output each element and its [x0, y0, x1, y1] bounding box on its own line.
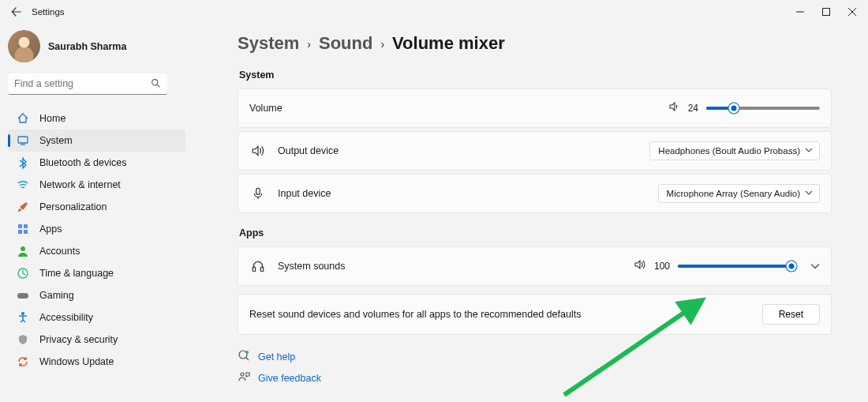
sidebar-item-time[interactable]: Time & language: [8, 262, 185, 284]
back-icon: [11, 6, 22, 17]
sidebar-item-accounts[interactable]: Accounts: [8, 240, 185, 262]
svg-rect-9: [24, 230, 28, 234]
svg-rect-14: [256, 188, 260, 194]
sidebar-item-label: Network & internet: [39, 179, 121, 190]
sidebar-item-label: System: [39, 135, 73, 146]
input-device-label: Input device: [278, 188, 331, 199]
sidebar-item-apps[interactable]: Apps: [8, 218, 185, 240]
sidebar-item-personalization[interactable]: Personalization: [8, 196, 185, 218]
help-icon: [238, 349, 250, 364]
window-minimize-button[interactable]: [787, 2, 813, 22]
system-sounds-slider[interactable]: [678, 265, 791, 268]
sidebar-item-system[interactable]: System: [8, 130, 185, 152]
window-maximize-button[interactable]: [813, 2, 839, 22]
expand-button[interactable]: [810, 261, 820, 271]
svg-rect-7: [24, 224, 28, 228]
chevron-right-icon: ›: [380, 38, 384, 51]
volume-value: 24: [688, 103, 698, 114]
system-sounds-label: System sounds: [278, 261, 345, 272]
search-icon: [151, 77, 161, 92]
section-label-apps: Apps: [239, 227, 830, 239]
svg-point-19: [245, 351, 249, 354]
input-device-value: Microphone Array (Senary Audio): [667, 189, 800, 198]
nav-list: Home System Bluetooth & devices Network …: [8, 107, 185, 373]
home-icon: [16, 111, 30, 126]
content-area: System › Sound › Volume mixer System Vol…: [193, 24, 868, 402]
speaker-icon: [249, 142, 267, 160]
profile-name: Saurabh Sharma: [48, 41, 126, 52]
app-title: Settings: [32, 7, 65, 17]
svg-rect-4: [18, 137, 28, 143]
brush-icon: [16, 200, 30, 214]
volume-card: Volume 24: [238, 88, 832, 128]
gaming-icon: [16, 288, 30, 302]
sidebar-item-gaming[interactable]: Gaming: [8, 284, 185, 306]
profile-block[interactable]: Saurabh Sharma: [8, 30, 185, 62]
svg-point-10: [21, 246, 25, 251]
avatar: [8, 30, 40, 62]
system-icon: [16, 133, 30, 148]
section-label-system: System: [239, 70, 830, 81]
search-input[interactable]: [8, 73, 167, 95]
privacy-icon: [16, 332, 30, 347]
system-sounds-card: System sounds 100: [238, 246, 832, 286]
sidebar-item-label: Accounts: [39, 246, 80, 257]
svg-line-3: [157, 85, 159, 87]
input-device-card: Input device Microphone Array (Senary Au…: [238, 174, 832, 213]
microphone-icon: [249, 185, 267, 202]
sidebar-item-label: Bluetooth & devices: [39, 157, 127, 168]
svg-rect-12: [17, 293, 28, 299]
breadcrumb: System › Sound › Volume mixer: [238, 33, 832, 54]
clock-icon: [16, 266, 30, 280]
sidebar-item-bluetooth[interactable]: Bluetooth & devices: [8, 152, 185, 174]
account-icon: [16, 244, 30, 258]
window-close-button[interactable]: [839, 2, 865, 22]
sidebar-item-label: Apps: [39, 224, 62, 235]
reset-description: Reset sound devices and volumes for all …: [249, 309, 581, 320]
apps-icon: [16, 222, 30, 236]
output-device-card: Output device Headphones (Boult Audio Pr…: [238, 131, 832, 171]
speaker-low-icon[interactable]: [668, 100, 680, 116]
svg-rect-8: [18, 230, 22, 234]
bluetooth-icon: [16, 156, 30, 170]
back-button[interactable]: [8, 3, 25, 21]
chevron-down-icon: [805, 189, 813, 198]
volume-label: Volume: [249, 103, 282, 114]
breadcrumb-sound[interactable]: Sound: [319, 33, 372, 54]
system-sounds-value: 100: [654, 261, 670, 272]
svg-rect-1: [822, 9, 829, 16]
give-feedback-link[interactable]: Give feedback: [258, 373, 321, 384]
sidebar: Saurabh Sharma Home System Bluetooth & d…: [0, 24, 193, 402]
svg-line-18: [246, 358, 249, 361]
svg-point-13: [21, 312, 24, 315]
volume-slider[interactable]: [706, 107, 820, 110]
speaker-icon[interactable]: [634, 258, 646, 274]
network-icon: [16, 178, 30, 192]
reset-card: Reset sound devices and volumes for all …: [238, 294, 832, 335]
sidebar-item-label: Time & language: [39, 268, 114, 279]
sidebar-item-update[interactable]: Windows Update: [8, 351, 185, 373]
chevron-down-icon: [805, 146, 813, 156]
sidebar-item-label: Accessibility: [39, 312, 93, 323]
sidebar-item-privacy[interactable]: Privacy & security: [8, 329, 185, 351]
sidebar-item-accessibility[interactable]: Accessibility: [8, 306, 185, 329]
svg-rect-6: [18, 224, 22, 228]
sidebar-item-home[interactable]: Home: [8, 107, 185, 130]
sidebar-item-label: Privacy & security: [39, 334, 118, 345]
breadcrumb-system[interactable]: System: [238, 33, 299, 54]
sidebar-item-label: Personalization: [39, 201, 107, 212]
output-device-value: Headphones (Boult Audio Probass): [658, 146, 800, 156]
output-device-label: Output device: [278, 145, 339, 156]
sidebar-item-label: Windows Update: [39, 356, 114, 367]
sidebar-item-network[interactable]: Network & internet: [8, 174, 185, 196]
sidebar-item-label: Home: [39, 113, 65, 124]
get-help-link[interactable]: Get help: [258, 351, 295, 363]
feedback-icon: [238, 370, 250, 385]
svg-point-2: [152, 79, 158, 85]
title-bar: Settings: [0, 0, 868, 24]
input-device-select[interactable]: Microphone Array (Senary Audio): [658, 184, 820, 203]
reset-button[interactable]: Reset: [762, 304, 820, 325]
svg-point-20: [241, 373, 244, 376]
output-device-select[interactable]: Headphones (Boult Audio Probass): [649, 141, 820, 160]
chevron-right-icon: ›: [307, 38, 311, 51]
